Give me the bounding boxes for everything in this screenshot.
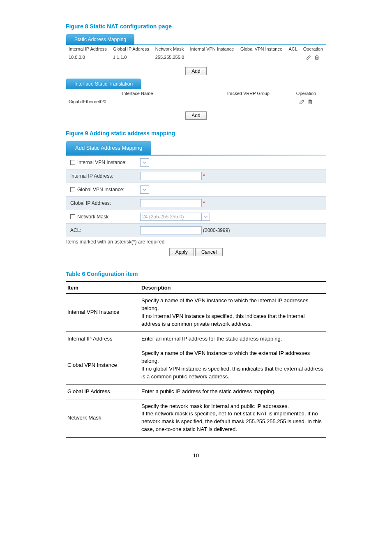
- cell-vrrp: [209, 97, 286, 106]
- required-marker: *: [203, 200, 205, 206]
- cell-item: Global VPN Instance: [66, 346, 140, 384]
- chevron-down-icon: [201, 213, 210, 220]
- table-row: Internal IP Address Enter an internal IP…: [66, 331, 326, 346]
- global-vpn-dropdown[interactable]: [140, 185, 149, 194]
- delete-icon[interactable]: [307, 99, 313, 104]
- internal-vpn-checkbox[interactable]: [70, 160, 75, 165]
- row-internal-vpn: Internal VPN Instance:: [66, 156, 326, 169]
- col-internal-ip: Internal IP Address: [66, 45, 111, 53]
- cell-item: Internal VPN Instance: [66, 294, 140, 331]
- add-static-mapping-button[interactable]: Add: [185, 67, 206, 75]
- col-item: Item: [66, 282, 140, 294]
- add-static-mapping-panel: Add Static Address Mapping Internal VPN …: [66, 141, 326, 259]
- network-mask-label: Network Mask: [77, 214, 108, 220]
- table-row: GigabitEthernet0/0: [66, 97, 326, 106]
- global-vpn-label: Global VPN Instance:: [77, 187, 125, 192]
- figure9-title: Figure 9 Adding static address mapping: [66, 130, 326, 137]
- internal-ip-label: Internal IP Address:: [70, 173, 113, 179]
- cell-desc: Specify the network mask for internal an…: [140, 399, 326, 437]
- network-mask-checkbox[interactable]: [70, 214, 75, 219]
- add-interface-translation-button[interactable]: Add: [185, 111, 206, 120]
- cell-acl: [286, 53, 300, 61]
- row-global-ip: Global IP Address: *: [66, 196, 326, 210]
- network-mask-placeholder: 24 (255.255.255.0): [142, 214, 184, 220]
- col-description: Description: [140, 282, 326, 294]
- col-operation2: Operation: [286, 89, 326, 97]
- col-network-mask: Network Mask: [153, 45, 188, 53]
- table6-title: Table 6 Configuration item: [66, 271, 326, 277]
- cell-item: Network Mask: [66, 399, 140, 437]
- cell-ifname: GigabitEthernet0/0: [66, 97, 209, 106]
- interface-static-translation-table: Interface Name Tracked VRRP Group Operat…: [66, 89, 326, 106]
- acl-label: ACL:: [70, 227, 81, 233]
- col-internal-vpn: Internal VPN Instance: [187, 45, 238, 53]
- required-note: Items marked with an asterisk(*) are req…: [66, 237, 326, 246]
- col-interface-name: Interface Name: [66, 89, 209, 97]
- row-acl: ACL: (2000-3999): [66, 223, 326, 237]
- cell-desc: Specify a name of the VPN instance to wh…: [140, 294, 326, 331]
- cell-glob-vpn: [238, 53, 286, 61]
- col-acl: ACL: [286, 45, 300, 53]
- table-row: 10.0.0.0 1.1.1.0 255.255.255.0: [66, 53, 326, 61]
- cell-desc: Enter a public IP address for the static…: [140, 384, 326, 399]
- table-row: Global IP Address Enter a public IP addr…: [66, 384, 326, 399]
- delete-icon[interactable]: [314, 54, 320, 60]
- required-marker: *: [203, 173, 205, 179]
- cell-desc: Enter an internal IP address for the sta…: [140, 331, 326, 346]
- global-ip-input[interactable]: [140, 199, 202, 207]
- table-row: Internal VPN Instance Specify a name of …: [66, 294, 326, 331]
- page-number: 10: [66, 452, 326, 459]
- cell-item: Global IP Address: [66, 384, 140, 399]
- configuration-item-table: Item Description Internal VPN Instance S…: [66, 281, 326, 438]
- table-row: Network Mask Specify the network mask fo…: [66, 399, 326, 437]
- static-nat-panel: Static Address Mapping Internal IP Addre…: [66, 34, 326, 123]
- tab-interface-static-translation[interactable]: Interface Static Translation: [66, 79, 141, 89]
- table-row: Global VPN Instance Specify a name of th…: [66, 346, 326, 384]
- edit-icon[interactable]: [299, 99, 305, 104]
- static-address-mapping-table: Internal IP Address Global IP Address Ne…: [66, 45, 326, 61]
- cell-mask: 255.255.255.0: [153, 53, 188, 61]
- col-global-ip: Global IP Address: [111, 45, 153, 53]
- internal-vpn-dropdown[interactable]: [140, 158, 149, 167]
- cell-item: Internal IP Address: [66, 331, 140, 346]
- row-global-vpn: Global VPN Instance:: [66, 183, 326, 196]
- cell-global-ip: 1.1.1.0: [111, 53, 153, 61]
- col-global-vpn: Global VPN Instance: [238, 45, 286, 53]
- col-tracked-vrrp: Tracked VRRP Group: [209, 89, 286, 97]
- col-operation: Operation: [300, 45, 326, 53]
- figure8-title: Figure 8 Static NAT configuration page: [66, 23, 326, 30]
- acl-input[interactable]: [140, 226, 202, 234]
- row-internal-ip: Internal IP Address: *: [66, 169, 326, 183]
- global-vpn-checkbox[interactable]: [70, 187, 75, 192]
- internal-ip-input[interactable]: [140, 172, 202, 180]
- cell-int-vpn: [187, 53, 238, 61]
- tab-static-address-mapping[interactable]: Static Address Mapping: [66, 34, 134, 45]
- tab-add-static-address-mapping: Add Static Address Mapping: [66, 141, 151, 155]
- edit-icon[interactable]: [306, 54, 312, 60]
- cell-desc: Specify a name of the VPN instance to wh…: [140, 346, 326, 384]
- apply-button[interactable]: Apply: [169, 248, 194, 256]
- row-network-mask: Network Mask 24 (255.255.255.0): [66, 210, 326, 223]
- internal-vpn-label: Internal VPN Instance:: [77, 160, 127, 165]
- acl-hint: (2000-3999): [203, 227, 230, 233]
- global-ip-label: Global IP Address:: [70, 200, 111, 206]
- cancel-button[interactable]: Cancel: [195, 248, 223, 256]
- cell-internal-ip: 10.0.0.0: [66, 53, 111, 61]
- network-mask-dropdown[interactable]: 24 (255.255.255.0): [140, 213, 210, 221]
